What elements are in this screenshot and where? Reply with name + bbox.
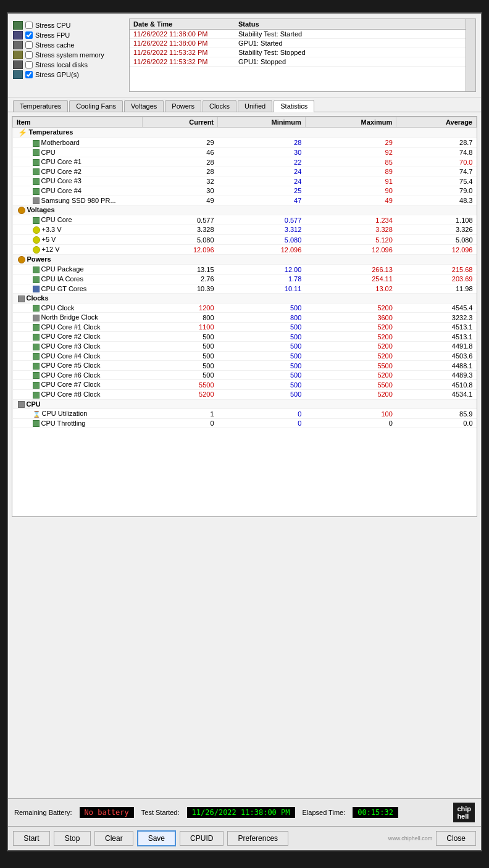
log-status: Stability Test: Started: [235, 30, 306, 38]
stress-fpu-item[interactable]: Stress FPU: [13, 31, 124, 39]
table-row: +5 V5.0805.0805.1205.080: [13, 235, 477, 245]
stress-mem-item[interactable]: Stress system memory: [13, 51, 124, 59]
table-row: +3.3 V3.3283.3123.3283.326: [13, 225, 477, 234]
tab-unified[interactable]: Unified: [238, 100, 272, 112]
tabs-bar: TemperaturesCooling FansVoltagesPowersCl…: [8, 97, 481, 112]
table-row: CPU Core #8 Clock520050052004534.1: [13, 390, 477, 400]
table-body: ⚡TemperaturesMotherboard29282928.7CPU463…: [13, 128, 477, 428]
log-panel: Date & Time Status 11/26/2022 11:38:00 P…: [129, 19, 476, 92]
stress-disk-item[interactable]: Stress local disks: [13, 60, 124, 69]
table-row: CPU Clock120050052004545.4: [13, 303, 477, 313]
section-header-temperatures: ⚡Temperatures: [13, 128, 477, 138]
tab-statistics[interactable]: Statistics: [274, 100, 314, 112]
log-header-status: Status: [235, 19, 263, 29]
stress-gpu-checkbox[interactable]: [25, 71, 33, 78]
stress-fpu-checkbox[interactable]: [25, 31, 33, 39]
log-scrollbar[interactable]: [466, 19, 475, 91]
close-button[interactable]: Close: [436, 831, 476, 846]
elapsed-label: Elapsed Time:: [303, 809, 346, 816]
table-row: CPU Core #1 Clock110050052004513.1: [13, 322, 477, 332]
table-row: CPU Core #6 Clock50050052004489.3: [13, 370, 477, 380]
stress-mem-label: Stress system memory: [35, 51, 104, 59]
stress-cache-checkbox[interactable]: [25, 41, 33, 49]
battery-label: Remaining Battery:: [14, 809, 72, 816]
table-row: CPU IA Cores2.761.78254.11203.69: [13, 274, 477, 284]
stress-mem-checkbox[interactable]: [25, 51, 33, 59]
log-header-date: Date & Time: [130, 19, 235, 29]
stress-disk-label: Stress local disks: [35, 61, 88, 68]
log-status: GPU1: Started: [235, 39, 286, 48]
preferences-button[interactable]: Preferences: [227, 831, 288, 846]
stress-gpu-item[interactable]: Stress GPU(s): [13, 70, 124, 79]
table-row: CPU46309274.8: [13, 147, 477, 157]
stop-button[interactable]: Stop: [54, 831, 91, 846]
log-row: 11/26/2022 11:53:32 PMGPU1: Stopped: [130, 57, 475, 67]
stress-cache-item[interactable]: Stress cache: [13, 41, 124, 49]
stress-cpu-label: Stress CPU: [35, 22, 70, 29]
tab-temperatures[interactable]: Temperatures: [13, 100, 68, 112]
tab-clocks[interactable]: Clocks: [203, 100, 236, 112]
col-min: Minimum: [218, 117, 306, 128]
col-current: Current: [143, 117, 218, 128]
battery-value: No battery: [80, 807, 134, 818]
tab-voltages[interactable]: Voltages: [124, 100, 164, 112]
stress-cpu-item[interactable]: Stress CPU: [13, 21, 124, 30]
stress-cpu-checkbox[interactable]: [25, 22, 33, 29]
test-started-value: 11/26/2022 11:38:00 PM: [187, 807, 295, 818]
cache-icon: [13, 41, 23, 49]
table-row: CPU Core #128228570.0: [13, 157, 477, 167]
table-row: CPU Core #430259079.0: [13, 186, 477, 196]
table-row: ⌛CPU Utilization1010085.9: [13, 409, 477, 419]
log-date: 11/26/2022 11:53:32 PM: [130, 57, 235, 66]
elapsed-value: 00:15:32: [353, 807, 398, 818]
save-button[interactable]: Save: [137, 830, 176, 846]
log-row: 11/26/2022 11:38:00 PMGPU1: Started: [130, 39, 475, 48]
stress-cache-label: Stress cache: [35, 41, 75, 49]
mem-icon: [13, 51, 23, 59]
table-row: CPU Core #3 Clock50050052004491.8: [13, 342, 477, 352]
fpu-icon: [13, 31, 23, 39]
tab-cooling-fans[interactable]: Cooling Fans: [69, 100, 123, 112]
col-avg: Average: [396, 117, 477, 128]
section-header-powers: Powers: [13, 255, 477, 265]
table-row: Motherboard29282928.7: [13, 138, 477, 148]
stats-table-container[interactable]: Item Current Minimum Maximum Average ⚡Te…: [12, 116, 477, 517]
watermark: www.chiphell.com: [388, 835, 433, 841]
table-row: CPU Core0.5770.5771.2341.108: [13, 215, 477, 225]
log-body[interactable]: 11/26/2022 11:38:00 PMStability Test: St…: [130, 30, 475, 91]
table-row: North Bridge Clock80080036003232.3: [13, 313, 477, 323]
log-status: Stability Test: Stopped: [235, 48, 309, 57]
bottom-buttons: Start Stop Clear Save CPUID Preferences …: [8, 826, 481, 850]
table-row: CPU Core #5 Clock50050055004488.1: [13, 361, 477, 371]
cpuid-button[interactable]: CPUID: [180, 831, 224, 846]
col-item: Item: [13, 117, 143, 128]
tab-powers[interactable]: Powers: [165, 100, 201, 112]
clear-button[interactable]: Clear: [94, 831, 133, 846]
table-row: CPU Package13.1512.00266.13215.68: [13, 265, 477, 275]
stress-panel: Stress CPU Stress FPU Stress cache Stres…: [13, 19, 124, 92]
table-header: Item Current Minimum Maximum Average: [13, 117, 477, 128]
cpu-icon: [13, 21, 23, 30]
table-row: CPU Core #4 Clock50050052004503.6: [13, 351, 477, 361]
stats-table: Item Current Minimum Maximum Average ⚡Te…: [12, 117, 477, 428]
stress-disk-checkbox[interactable]: [25, 61, 33, 68]
main-window: Stress CPU Stress FPU Stress cache Stres…: [7, 12, 482, 851]
table-row: CPU Core #7 Clock550050055004510.8: [13, 380, 477, 390]
table-row: CPU Core #228248974.7: [13, 167, 477, 176]
table-row: CPU GT Cores10.3910.1113.0211.98: [13, 284, 477, 294]
table-row: Samsung SSD 980 PR...49474948.3: [13, 196, 477, 205]
log-row: 11/26/2022 11:53:32 PMStability Test: St…: [130, 48, 475, 57]
status-bar: Remaining Battery: No battery Test Start…: [8, 798, 481, 826]
stress-gpu-label: Stress GPU(s): [35, 71, 79, 78]
table-row: CPU Throttling0000.0: [13, 418, 477, 428]
log-header: Date & Time Status: [130, 19, 475, 30]
test-started-label: Test Started:: [141, 809, 180, 816]
start-button[interactable]: Start: [13, 831, 50, 846]
log-date: 11/26/2022 11:38:00 PM: [130, 30, 235, 38]
top-section: Stress CPU Stress FPU Stress cache Stres…: [8, 14, 481, 97]
log-status: GPU1: Stopped: [235, 57, 290, 66]
table-row: CPU Core #332249175.4: [13, 176, 477, 186]
col-max: Maximum: [305, 117, 396, 128]
disk-icon: [13, 60, 23, 69]
log-date: 11/26/2022 11:38:00 PM: [130, 39, 235, 48]
